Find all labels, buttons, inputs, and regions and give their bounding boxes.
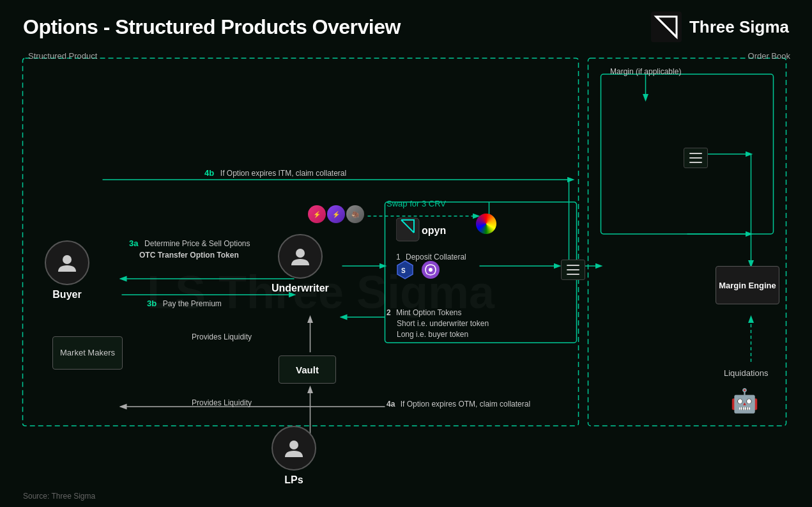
underwriter-label: Underwriter bbox=[272, 283, 329, 294]
buyer-label: Buyer bbox=[52, 289, 81, 300]
logo-area: Three Sigma bbox=[651, 12, 789, 42]
svg-point-33 bbox=[429, 268, 433, 272]
lps-label: LPs bbox=[284, 474, 303, 486]
hamburger-icon-1 bbox=[561, 260, 585, 280]
opyn-logo-svg: opyn bbox=[396, 215, 447, 247]
market-makers-box: Market Makers bbox=[52, 336, 123, 370]
market-makers-label: Market Makers bbox=[60, 348, 115, 359]
arrow-3b-label: 3b Pay the Premium bbox=[147, 298, 222, 309]
diagram: Structured Product Order Book Margin (if… bbox=[19, 49, 793, 464]
buyer-avatar bbox=[45, 240, 89, 285]
lps-actor: LPs bbox=[272, 426, 316, 486]
logo-text: Three Sigma bbox=[689, 17, 789, 37]
arrow-2-label: 2 Mint Option Tokens Short i.e. underwri… bbox=[387, 308, 489, 339]
footer: Source: Three Sigma bbox=[23, 492, 95, 501]
protocol-logo-1: S bbox=[395, 260, 415, 280]
structured-product-label: Structured Product bbox=[28, 51, 97, 62]
hamburger-icon-2 bbox=[684, 148, 708, 168]
svg-point-27 bbox=[289, 441, 298, 449]
page-title: Options - Structured Products Overview bbox=[23, 15, 401, 39]
svg-point-26 bbox=[296, 249, 305, 258]
svg-text:opyn: opyn bbox=[422, 225, 446, 236]
protocol-logo-2 bbox=[420, 260, 441, 280]
order-book-label: Order Book bbox=[748, 51, 790, 62]
token-3: 🦣 bbox=[346, 205, 364, 223]
margin-label: Margin (if applicable) bbox=[610, 66, 681, 77]
svg-rect-28 bbox=[396, 218, 419, 241]
margin-engine-box: Margin Engine bbox=[716, 266, 779, 304]
margin-engine-label: Margin Engine bbox=[719, 281, 776, 290]
underwriter-avatar bbox=[278, 234, 323, 279]
robot-icon: 🤖 bbox=[730, 387, 759, 414]
arrow-4a-label: 4a If Option expires OTM, claim collater… bbox=[387, 399, 530, 410]
buyer-actor: Buyer bbox=[45, 240, 89, 300]
arrow-3a-label: 3a Determine Price & Sell Options OTC Tr… bbox=[129, 238, 250, 261]
svg-point-25 bbox=[63, 255, 72, 264]
lps-avatar bbox=[272, 426, 316, 471]
provides-liquidity-top: Provides Liquidity bbox=[192, 332, 252, 343]
token-1: ⚡ bbox=[308, 205, 326, 223]
token-row: ⚡ ⚡ 🦣 bbox=[308, 205, 364, 223]
opyn-logo-area: opyn bbox=[396, 215, 447, 249]
swap-label: Swap for 3 CRV bbox=[387, 198, 446, 210]
provides-liquidity-bottom: Provides Liquidity bbox=[192, 398, 252, 409]
3crv-token bbox=[476, 214, 496, 234]
source-text: Source: Three Sigma bbox=[23, 492, 95, 501]
vault-box: Vault bbox=[279, 355, 336, 384]
liquidations-label: Liquidations bbox=[724, 368, 768, 378]
protocol-logos: S bbox=[395, 260, 441, 280]
svg-text:S: S bbox=[401, 267, 406, 274]
underwriter-actor: Underwriter bbox=[272, 234, 329, 294]
arrow-4b-label: 4b If Option expires ITM, claim collater… bbox=[204, 168, 346, 179]
token-2: ⚡ bbox=[327, 205, 345, 223]
vault-label: Vault bbox=[296, 364, 319, 375]
header: Options - Structured Products Overview T… bbox=[0, 0, 812, 49]
logo-icon bbox=[651, 12, 682, 42]
